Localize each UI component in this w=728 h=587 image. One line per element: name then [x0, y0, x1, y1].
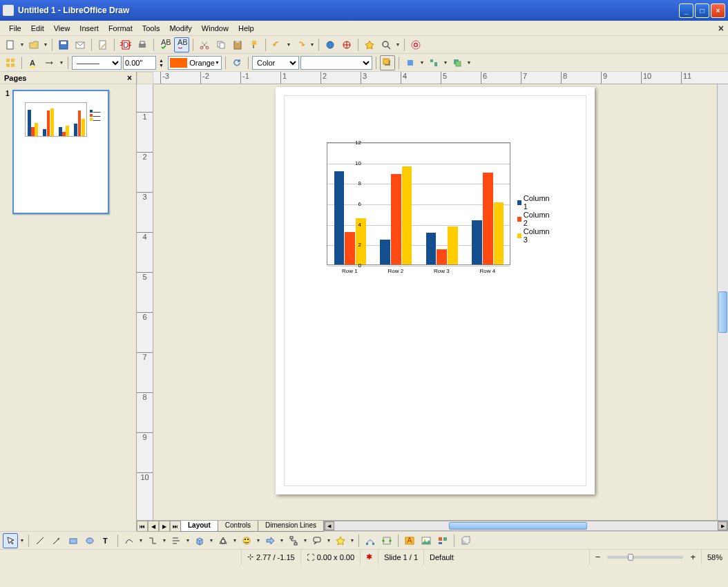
- curve-dropdown[interactable]: ▼: [138, 533, 144, 548]
- zoom-slider-knob[interactable]: [628, 554, 633, 561]
- flowchart-dropdown[interactable]: ▼: [303, 533, 308, 548]
- align-dropdown[interactable]: ▼: [443, 55, 448, 70]
- lines-arrows-tool[interactable]: [169, 533, 184, 548]
- connector-dropdown[interactable]: ▼: [162, 533, 167, 548]
- line-tool[interactable]: [32, 533, 48, 548]
- ellipse-tool[interactable]: [82, 533, 97, 548]
- new-dropdown[interactable]: ▼: [19, 37, 25, 52]
- arrow-style-dropdown[interactable]: ▼: [59, 55, 64, 70]
- menu-file[interactable]: File: [4, 23, 26, 34]
- text-tool[interactable]: T: [99, 533, 114, 548]
- points-edit-tool[interactable]: [363, 533, 378, 548]
- first-page-button[interactable]: ⏮: [137, 521, 148, 532]
- print-button[interactable]: [135, 37, 150, 52]
- copy-button[interactable]: [213, 37, 229, 52]
- format-paintbrush-button[interactable]: [247, 37, 262, 52]
- block-arrows-tool[interactable]: [262, 533, 278, 548]
- menu-edit[interactable]: Edit: [26, 23, 49, 34]
- linewidth-up[interactable]: ▲: [159, 58, 164, 63]
- menu-tools[interactable]: Tools: [137, 23, 165, 34]
- page-thumbnail[interactable]: ———: [12, 90, 109, 214]
- hscroll-thumb[interactable]: [449, 522, 587, 530]
- fill-mode-select[interactable]: Color: [252, 56, 299, 70]
- arrange-dropdown[interactable]: ▼: [466, 55, 472, 70]
- menu-help[interactable]: Help: [233, 23, 259, 34]
- cut-button[interactable]: [197, 37, 212, 52]
- open-dropdown[interactable]: ▼: [43, 37, 48, 52]
- horizontal-scrollbar[interactable]: ◀ ▶: [324, 521, 728, 531]
- maximize-button[interactable]: □: [695, 3, 709, 18]
- zoom-button[interactable]: [379, 37, 394, 52]
- callouts-dropdown[interactable]: ▼: [326, 533, 332, 548]
- rectangle-tool[interactable]: [66, 533, 81, 548]
- hyperlink-button[interactable]: [323, 37, 338, 52]
- fontwork-tool[interactable]: A: [402, 533, 417, 548]
- new-button[interactable]: [3, 37, 18, 52]
- stars-tool[interactable]: [333, 533, 348, 548]
- highlight-icon[interactable]: A: [26, 55, 41, 70]
- from-file-tool[interactable]: [419, 533, 434, 548]
- curve-tool[interactable]: [122, 533, 137, 548]
- export-pdf-button[interactable]: PDF: [118, 37, 133, 52]
- 3d-tool[interactable]: [192, 533, 207, 548]
- basic-shapes-tool[interactable]: [215, 533, 231, 548]
- tab-controls[interactable]: Controls: [218, 521, 258, 532]
- autospellcheck-button[interactable]: ABC: [174, 37, 189, 52]
- tab-dimension-lines[interactable]: Dimension Lines: [258, 521, 324, 532]
- gluepoints-tool[interactable]: [379, 533, 394, 548]
- line-color-select[interactable]: Orange ▼: [168, 56, 222, 70]
- prev-page-button[interactable]: ◀: [148, 521, 159, 532]
- filter-button[interactable]: [403, 55, 418, 70]
- hscroll-left[interactable]: ◀: [325, 521, 334, 530]
- align-button[interactable]: [426, 55, 441, 70]
- zoom-slider[interactable]: [607, 556, 683, 559]
- last-page-button[interactable]: ⏭: [170, 521, 181, 532]
- gallery-button[interactable]: [362, 37, 377, 52]
- spellcheck-button[interactable]: ABC: [157, 37, 173, 52]
- hscroll-right[interactable]: ▶: [718, 521, 727, 530]
- redo-button[interactable]: [293, 37, 308, 52]
- arrow-style-button[interactable]: [42, 55, 57, 70]
- shadow-button[interactable]: [380, 55, 395, 70]
- paste-button[interactable]: [230, 37, 245, 52]
- vertical-ruler[interactable]: 12345678910: [137, 84, 153, 520]
- menu-view[interactable]: View: [49, 23, 75, 34]
- vscroll-thumb[interactable]: [718, 291, 727, 333]
- fill-color-select[interactable]: [300, 56, 372, 70]
- email-button[interactable]: [73, 37, 88, 52]
- vertical-scrollbar[interactable]: [717, 84, 728, 520]
- filter-dropdown[interactable]: ▼: [419, 55, 425, 70]
- line-style-select[interactable]: ———: [72, 56, 122, 70]
- lines-arrows-dropdown[interactable]: ▼: [185, 533, 191, 548]
- page[interactable]: Column 1Column 2Column 3 024681012Row 1R…: [276, 87, 595, 494]
- gallery-tool[interactable]: [435, 533, 450, 548]
- close-document-button[interactable]: ×: [718, 23, 724, 34]
- grid-view-button[interactable]: [3, 55, 18, 70]
- menu-insert[interactable]: Insert: [75, 23, 104, 34]
- zoom-out-button[interactable]: −: [595, 552, 601, 562]
- callouts-tool[interactable]: [309, 533, 325, 548]
- arrange-button[interactable]: [450, 55, 465, 70]
- menu-format[interactable]: Format: [104, 23, 137, 34]
- horizontal-ruler[interactable]: -3-2-11234567891011: [153, 72, 728, 84]
- save-button[interactable]: [56, 37, 71, 52]
- status-style[interactable]: Default: [424, 550, 590, 564]
- open-button[interactable]: [26, 37, 41, 52]
- edit-file-button[interactable]: [95, 37, 111, 52]
- tab-layout[interactable]: Layout: [180, 521, 218, 532]
- symbol-shapes-tool[interactable]: [239, 533, 254, 548]
- menu-modify[interactable]: Modify: [164, 23, 196, 34]
- undo-dropdown[interactable]: ▼: [286, 37, 291, 52]
- zoom-value[interactable]: 58%: [702, 550, 728, 564]
- flowchart-tool[interactable]: [286, 533, 301, 548]
- block-arrows-dropdown[interactable]: ▼: [279, 533, 285, 548]
- zoom-dropdown[interactable]: ▼: [395, 37, 401, 52]
- select-tool[interactable]: [3, 533, 18, 548]
- canvas[interactable]: Column 1Column 2Column 3 024681012Row 1R…: [153, 84, 717, 520]
- zoom-in-button[interactable]: +: [690, 552, 696, 562]
- linewidth-down[interactable]: ▼: [159, 63, 164, 68]
- minimize-button[interactable]: _: [679, 3, 693, 18]
- undo-button[interactable]: [269, 37, 285, 52]
- line-width-input[interactable]: [123, 56, 156, 70]
- navigator-button[interactable]: [339, 37, 354, 52]
